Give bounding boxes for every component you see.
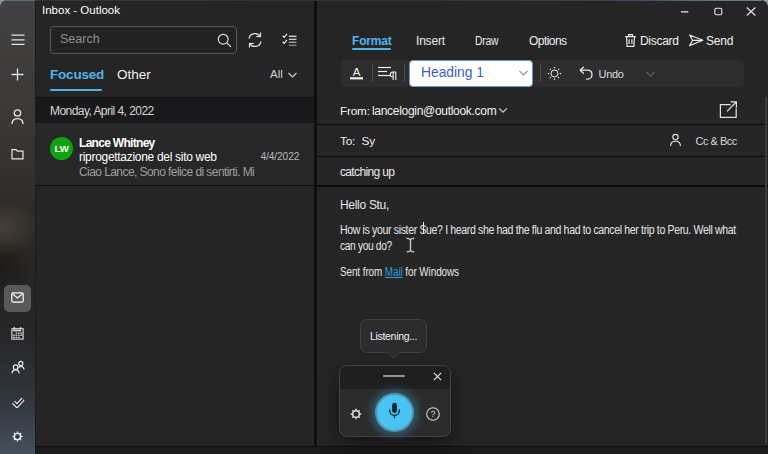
svg-text:A: A — [353, 66, 361, 78]
svg-text:?: ? — [430, 409, 435, 419]
